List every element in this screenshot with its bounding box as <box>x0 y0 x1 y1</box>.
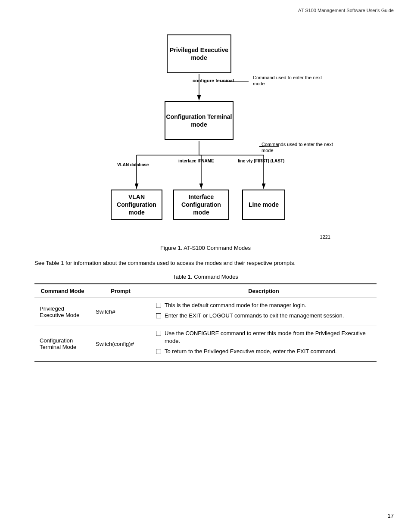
ann-line-cmd: line vty [FIRST] (LAST) <box>238 158 284 164</box>
row1-description: This is the default command mode for the… <box>151 298 377 326</box>
box-vlan: VLAN Configuration mode <box>111 190 162 220</box>
figure-caption: Figure 1. AT-S100 Command Modes <box>160 245 251 251</box>
ann-configure: configure terminal <box>193 78 234 84</box>
table-row: Privileged Executive Mode Switch# This i… <box>34 298 377 326</box>
row2-desc-item1: Use the CONFIGURE command to enter this … <box>156 330 371 345</box>
box-interface: Interface Configuration mode <box>173 190 229 220</box>
ann-cmd1: Command used to enter the next mode <box>253 75 335 87</box>
row1-mode: Privileged Executive Mode <box>34 298 90 326</box>
box-line: Line mode <box>242 190 285 220</box>
row2-description: Use the CONFIGURE command to enter this … <box>151 326 377 362</box>
table-row: Configuration Terminal Mode Switch(confi… <box>34 326 377 362</box>
col-header-description: Description <box>151 284 377 298</box>
diagram-section: Privileged Executive mode Configuration … <box>59 34 352 233</box>
row1-prompt: Switch# <box>90 298 151 326</box>
page-header: AT-S100 Management Software User's Guide <box>0 0 411 13</box>
table-caption: Table 1. Command Modes <box>0 274 411 280</box>
row2-desc-item2: To return to the Privileged Executive mo… <box>156 348 371 355</box>
row1-desc-item1: This is the default command mode for the… <box>156 302 371 309</box>
row1-desc-item2: Enter the EXIT or LOGOUT commands to exi… <box>156 312 371 320</box>
diagram-container: Privileged Executive mode Configuration … <box>76 34 335 233</box>
figure-number: 1221 <box>76 234 335 240</box>
command-modes-table: Command Mode Prompt Description Privileg… <box>34 283 377 363</box>
col-header-prompt: Prompt <box>90 284 151 298</box>
row2-prompt: Switch(config)# <box>90 326 151 362</box>
header-title: AT-S100 Management Software User's Guide <box>298 8 394 13</box>
ann-cmd2: Commands used to enter the next mode <box>262 141 335 154</box>
page-number: 17 <box>388 513 394 519</box>
box-config: Configuration Terminal mode <box>165 101 234 140</box>
row2-mode: Configuration Terminal Mode <box>34 326 90 362</box>
ann-interface-cmd: interface IFNAME <box>178 158 214 164</box>
body-text: See Table 1 for information about the co… <box>0 251 411 274</box>
ann-vlan-cmd: VLAN database <box>117 162 149 168</box>
col-header-mode: Command Mode <box>34 284 90 298</box>
box-privileged: Privileged Executive mode <box>167 34 231 73</box>
